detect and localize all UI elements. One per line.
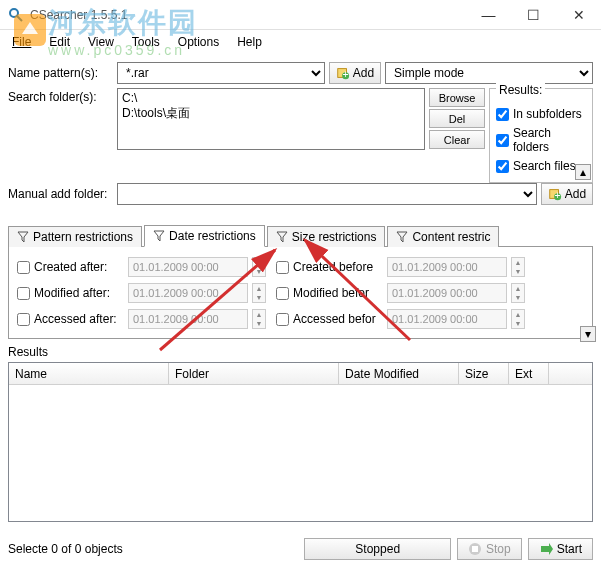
funnel-icon — [396, 231, 408, 243]
manual-add-label: Manual add folder: — [8, 187, 113, 201]
spinner[interactable]: ▲▼ — [252, 283, 266, 303]
chk-modified-before[interactable] — [276, 287, 289, 300]
svg-rect-9 — [472, 546, 478, 552]
results-label: Results — [8, 345, 593, 359]
chk-created-before[interactable] — [276, 261, 289, 274]
scroll-down-button[interactable]: ▾ — [580, 326, 596, 342]
tab-date[interactable]: Date restrictions — [144, 225, 265, 247]
minimize-button[interactable]: — — [466, 0, 511, 30]
funnel-icon — [153, 230, 165, 242]
start-button[interactable]: Start — [528, 538, 593, 560]
titlebar: CSearcher 1.5.5.1 — ☐ ✕ — [0, 0, 601, 30]
close-button[interactable]: ✕ — [556, 0, 601, 30]
add-icon: + — [548, 187, 562, 201]
menu-help[interactable]: Help — [237, 35, 262, 49]
col-folder[interactable]: Folder — [169, 363, 339, 384]
col-ext[interactable]: Ext — [509, 363, 549, 384]
chk-created-after[interactable] — [17, 261, 30, 274]
date-accessed-after[interactable]: 01.01.2009 00:00 — [128, 309, 248, 329]
spinner[interactable]: ▲▼ — [511, 257, 525, 277]
name-pattern-label: Name pattern(s): — [8, 66, 113, 80]
stop-icon — [468, 542, 482, 556]
play-icon — [539, 542, 553, 556]
scroll-up-button[interactable]: ▴ — [575, 164, 591, 180]
date-modified-before[interactable]: 01.01.2009 00:00 — [387, 283, 507, 303]
menu-tools[interactable]: Tools — [132, 35, 160, 49]
col-size[interactable]: Size — [459, 363, 509, 384]
date-created-after[interactable]: 01.01.2009 00:00 — [128, 257, 248, 277]
date-accessed-before[interactable]: 01.01.2009 00:00 — [387, 309, 507, 329]
tab-size[interactable]: Size restrictions — [267, 226, 386, 247]
date-modified-after[interactable]: 01.01.2009 00:00 — [128, 283, 248, 303]
chk-search-folders[interactable] — [496, 134, 509, 147]
svg-text:+: + — [342, 68, 348, 80]
folder-item[interactable]: C:\ — [122, 91, 420, 105]
chk-search-files[interactable] — [496, 160, 509, 173]
window-title: CSearcher 1.5.5.1 — [30, 8, 466, 22]
manual-add-button[interactable]: + Add — [541, 183, 593, 205]
tab-pattern[interactable]: Pattern restrictions — [8, 226, 142, 247]
app-icon — [8, 7, 24, 23]
folder-list[interactable]: C:\ D:\tools\桌面 — [117, 88, 425, 150]
spinner[interactable]: ▲▼ — [511, 309, 525, 329]
spinner[interactable]: ▲▼ — [511, 283, 525, 303]
tab-content-date: Created after: 01.01.2009 00:00 ▲▼ Creat… — [8, 247, 593, 339]
status-state: Stopped — [304, 538, 450, 560]
search-folder-label: Search folder(s): — [8, 88, 113, 104]
svg-point-0 — [10, 9, 18, 17]
chk-accessed-after[interactable] — [17, 313, 30, 326]
menubar: File Edit View Tools Options Help — [0, 30, 601, 54]
date-created-before[interactable]: 01.01.2009 00:00 — [387, 257, 507, 277]
tabs: Pattern restrictions Date restrictions S… — [8, 223, 593, 247]
add-pattern-button[interactable]: + Add — [329, 62, 381, 84]
grid-header: Name Folder Date Modified Size Ext — [9, 363, 592, 385]
stop-button[interactable]: Stop — [457, 538, 522, 560]
status-selected: Selecte 0 of 0 objects — [8, 542, 148, 556]
col-name[interactable]: Name — [9, 363, 169, 384]
del-button[interactable]: Del — [429, 109, 485, 128]
name-pattern-input[interactable]: *.rar — [117, 62, 325, 84]
chk-modified-after[interactable] — [17, 287, 30, 300]
mode-select[interactable]: Simple mode — [385, 62, 593, 84]
spinner[interactable]: ▲▼ — [252, 257, 266, 277]
clear-button[interactable]: Clear — [429, 130, 485, 149]
manual-add-input[interactable] — [117, 183, 537, 205]
funnel-icon — [17, 231, 29, 243]
chk-subfolders[interactable] — [496, 108, 509, 121]
chk-accessed-before[interactable] — [276, 313, 289, 326]
spinner[interactable]: ▲▼ — [252, 309, 266, 329]
add-icon: + — [336, 66, 350, 80]
menu-edit[interactable]: Edit — [49, 35, 70, 49]
folder-item[interactable]: D:\tools\桌面 — [122, 105, 420, 122]
tab-content[interactable]: Content restric — [387, 226, 499, 247]
menu-options[interactable]: Options — [178, 35, 219, 49]
results-grid[interactable]: Name Folder Date Modified Size Ext — [8, 362, 593, 522]
svg-line-1 — [17, 16, 22, 21]
menu-file[interactable]: File — [12, 35, 31, 49]
svg-text:+: + — [554, 189, 560, 201]
maximize-button[interactable]: ☐ — [511, 0, 556, 30]
menu-view[interactable]: View — [88, 35, 114, 49]
funnel-icon — [276, 231, 288, 243]
col-date[interactable]: Date Modified — [339, 363, 459, 384]
browse-button[interactable]: Browse — [429, 88, 485, 107]
statusbar: Selecte 0 of 0 objects Stopped Stop Star… — [8, 537, 593, 561]
